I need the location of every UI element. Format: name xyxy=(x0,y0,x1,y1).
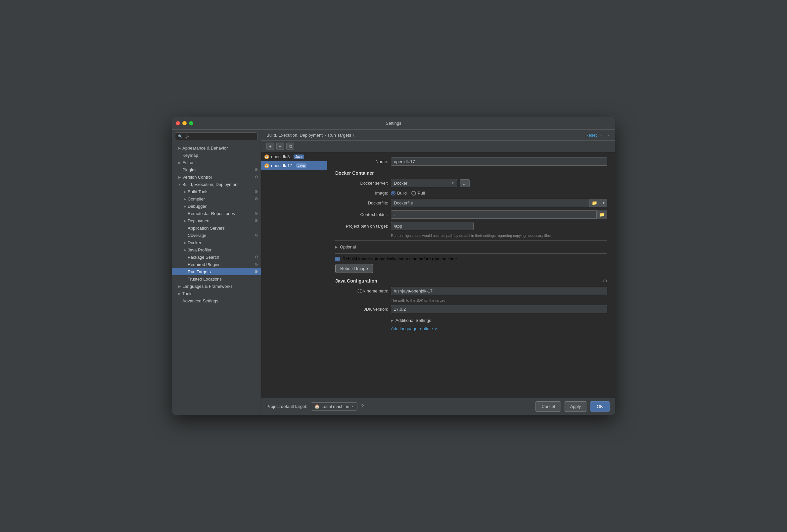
copy-button[interactable]: ⧉ xyxy=(286,143,294,150)
build-radio[interactable]: Build xyxy=(391,191,407,195)
target-item-openjdk8[interactable]: ☕ openjdk:8 Java xyxy=(261,152,327,161)
chevron-icon: ▶ xyxy=(182,240,188,245)
sidebar-item-plugins[interactable]: Plugins ⚙ xyxy=(172,166,261,173)
target-label-group: openjdk:8 xyxy=(271,154,290,159)
pull-radio[interactable]: Pull xyxy=(411,191,425,195)
image-radio-group: Build Pull xyxy=(391,191,425,195)
docker-server-label: Docker server: xyxy=(335,180,388,186)
sidebar-item-tools[interactable]: ▶ Tools xyxy=(172,290,261,297)
dockerfile-input[interactable] xyxy=(391,199,607,207)
build-radio-circle xyxy=(391,191,396,195)
additional-settings-section[interactable]: ▶ Additional Settings xyxy=(391,317,607,324)
apply-button[interactable]: Apply xyxy=(564,401,588,411)
add-button[interactable]: + xyxy=(267,143,274,150)
add-runtime-chevron: ∨ xyxy=(434,326,438,331)
context-folder-input[interactable] xyxy=(391,210,607,219)
sidebar-item-keymap[interactable]: Keymap xyxy=(172,151,261,159)
target-name: openjdk:8 xyxy=(271,154,290,159)
java-config-gear-button[interactable]: ⚙ xyxy=(603,278,607,283)
title-bar: Settings xyxy=(172,117,615,130)
sidebar-item-package-search[interactable]: Package Search ⚙ xyxy=(172,253,261,261)
project-path-hint: Run configurations would use this path b… xyxy=(391,234,607,237)
settings-icon: ⚙ xyxy=(255,269,258,274)
sidebar-item-app-servers[interactable]: Application Servers xyxy=(172,224,261,232)
spacer xyxy=(182,211,188,216)
sidebar-item-debugger[interactable]: ▶ Debugger xyxy=(172,203,261,210)
sidebar-item-trusted-locations[interactable]: Trusted Locations xyxy=(172,275,261,282)
dockerfile-label: Dockerfile: xyxy=(335,200,388,206)
cancel-button[interactable]: Cancel xyxy=(535,401,561,411)
search-input[interactable] xyxy=(185,134,255,139)
jdk-version-label: JDK version: xyxy=(335,307,388,312)
docker-server-more-button[interactable]: … xyxy=(460,179,470,187)
sidebar-item-label: Keymap xyxy=(182,153,198,158)
help-icon[interactable]: ? xyxy=(361,404,364,410)
sidebar-item-version-control[interactable]: ▶ Version Control ⚙ xyxy=(172,173,261,180)
sdk-icon: ☕ xyxy=(264,164,269,168)
settings-window: Settings 🔍 ▶ Appearance & Behavior Keyma… xyxy=(172,117,615,415)
sidebar-item-advanced-settings[interactable]: Advanced Settings xyxy=(172,297,261,304)
remove-button[interactable]: − xyxy=(276,143,284,150)
spacer xyxy=(177,152,182,158)
sidebar-item-build-execution[interactable]: ▼ Build, Execution, Deployment xyxy=(172,180,261,188)
sidebar: 🔍 ▶ Appearance & Behavior Keymap ▶ Edito… xyxy=(172,130,261,415)
target-name: openjdk:17 xyxy=(271,163,292,168)
rebuild-checkbox-row[interactable]: ✓ Rebuild image automatically every time… xyxy=(335,256,607,261)
form-area: Name: Docker Container Docker server: Do… xyxy=(327,152,615,398)
sidebar-item-coverage[interactable]: Coverage ⚙ xyxy=(172,232,261,239)
sidebar-item-appearance[interactable]: ▶ Appearance & Behavior xyxy=(172,144,261,151)
jdk-version-row: JDK version: xyxy=(335,305,607,313)
spacer xyxy=(182,269,188,274)
optional-section[interactable]: ▶ Optional xyxy=(335,243,607,251)
sidebar-item-label: Docker xyxy=(188,240,201,245)
maximize-button[interactable] xyxy=(189,121,193,125)
header-actions: Reset ← → xyxy=(586,132,610,137)
chevron-icon: ▶ xyxy=(182,189,188,194)
dockerfile-folder-button[interactable]: 📁 xyxy=(589,199,600,207)
sidebar-item-compiler[interactable]: ▶ Compiler ⚙ xyxy=(172,195,261,203)
target-item-openjdk17[interactable]: ☕ openjdk:17 Java xyxy=(261,161,327,170)
sidebar-item-remote-jar[interactable]: Remote Jar Repositories ⚙ xyxy=(172,210,261,217)
rebuild-checkbox[interactable]: ✓ xyxy=(335,257,340,261)
copy-icon: ⊡ xyxy=(353,133,357,137)
sidebar-item-deployment[interactable]: ▶ Deployment ⚙ xyxy=(172,217,261,224)
project-path-input[interactable] xyxy=(391,222,474,230)
sidebar-item-editor[interactable]: ▶ Editor xyxy=(172,159,261,166)
sidebar-item-label: Build, Execution, Deployment xyxy=(182,182,239,187)
sidebar-item-languages[interactable]: ▶ Languages & Frameworks xyxy=(172,282,261,290)
sidebar-item-label: Remote Jar Repositories xyxy=(188,211,235,216)
sidebar-item-run-targets[interactable]: Run Targets ⚙ xyxy=(172,268,261,275)
sidebar-item-docker[interactable]: ▶ Docker xyxy=(172,239,261,246)
context-folder-browse-button[interactable]: 📁 xyxy=(596,210,607,219)
jdk-version-input[interactable] xyxy=(391,305,607,313)
target-label-group: openjdk:17 xyxy=(271,163,292,168)
local-machine-select[interactable]: 🏠 Local machine xyxy=(311,402,358,410)
minimize-button[interactable] xyxy=(182,121,187,125)
search-box[interactable]: 🔍 xyxy=(175,132,257,140)
reset-button[interactable]: Reset xyxy=(586,133,597,137)
ok-button[interactable]: OK xyxy=(590,401,610,411)
docker-server-select[interactable]: Docker xyxy=(391,179,457,187)
sidebar-item-label: Advanced Settings xyxy=(182,298,218,303)
spacer xyxy=(182,254,188,260)
dockerfile-input-row: 📁 ▼ xyxy=(391,199,607,207)
context-folder-label: Context folder: xyxy=(335,212,388,217)
name-input[interactable] xyxy=(391,157,607,166)
close-button[interactable] xyxy=(176,121,180,125)
sidebar-item-java-profiler[interactable]: ▶ Java Profiler xyxy=(172,246,261,253)
jdk-home-input[interactable] xyxy=(391,287,607,295)
context-folder-input-row: 📁 xyxy=(391,210,607,219)
add-icon: + xyxy=(269,144,272,149)
sidebar-item-build-tools[interactable]: ▶ Build Tools ⚙ xyxy=(172,188,261,195)
breadcrumb-part1: Build, Execution, Deployment xyxy=(267,133,323,137)
back-arrow[interactable]: ← xyxy=(599,132,604,137)
bottom-bar: Project default target: 🏠 Local machine … xyxy=(261,398,615,415)
add-runtime-link[interactable]: Add language runtime ∨ xyxy=(391,326,607,331)
forward-arrow[interactable]: → xyxy=(605,132,610,137)
sidebar-item-label: Languages & Frameworks xyxy=(182,284,233,289)
rebuild-image-button[interactable]: Rebuild Image xyxy=(335,264,373,273)
dockerfile-dropdown-button[interactable]: ▼ xyxy=(600,199,607,207)
jdk-home-label: JDK home path: xyxy=(335,289,388,294)
sidebar-item-required-plugins[interactable]: Required Plugins ⚙ xyxy=(172,261,261,268)
sidebar-item-label: Required Plugins xyxy=(188,262,220,267)
